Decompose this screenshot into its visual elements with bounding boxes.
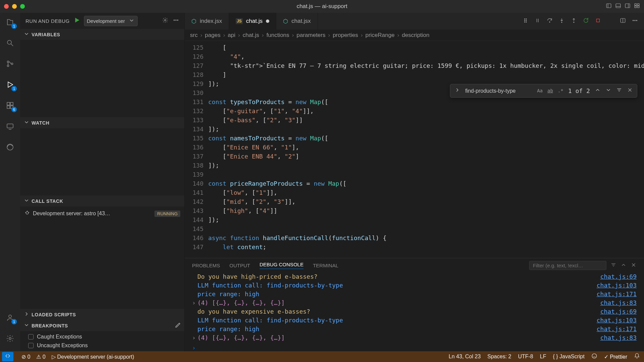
- console-source-link[interactable]: chat.js:103: [590, 281, 637, 290]
- drag-handle-icon[interactable]: [522, 17, 528, 25]
- console-line[interactable]: price range: highchat.js:171: [192, 325, 637, 333]
- activity-scm[interactable]: [4, 58, 16, 70]
- section-callstack[interactable]: CALL STACK: [20, 195, 184, 207]
- activity-debug[interactable]: 1: [4, 79, 16, 91]
- more-icon[interactable]: [632, 17, 638, 25]
- activity-search[interactable]: [4, 37, 16, 49]
- collapse-icon[interactable]: [620, 262, 627, 269]
- start-debug-icon[interactable]: [74, 17, 80, 25]
- gear-icon[interactable]: [162, 17, 168, 25]
- step-into-icon[interactable]: [559, 17, 565, 25]
- checkbox[interactable]: [28, 334, 34, 340]
- code-content[interactable]: [ "4", "tk-str">`Enice EN 77 – 7 string …: [208, 41, 644, 258]
- breadcrumb-item[interactable]: api: [228, 32, 235, 39]
- prev-match-icon[interactable]: [595, 86, 601, 95]
- breadcrumb-item[interactable]: priceRange: [365, 32, 395, 39]
- editor-tab[interactable]: ⬡chat.jsx: [276, 13, 318, 30]
- callstack-row[interactable]: Development server: astro [43… RUNNING: [20, 208, 184, 219]
- console-line[interactable]: do you have expensive e-basses?chat.js:6…: [192, 307, 637, 316]
- filter-icon[interactable]: [616, 86, 622, 95]
- next-match-icon[interactable]: [605, 86, 611, 95]
- console-output[interactable]: Do you have high-priced e-basses?chat.js…: [185, 272, 644, 351]
- step-out-icon[interactable]: [571, 17, 577, 25]
- activity-extensions[interactable]: 6: [4, 99, 16, 111]
- breadcrumb-item[interactable]: src: [190, 32, 198, 39]
- section-watch[interactable]: WATCH: [20, 117, 184, 128]
- cursor-position[interactable]: Ln 43, Col 23: [449, 354, 480, 360]
- console-source-link[interactable]: chat.js:69: [594, 272, 637, 281]
- breadcrumb-item[interactable]: description: [402, 32, 429, 39]
- activity-remote[interactable]: [4, 120, 16, 132]
- activity-explorer[interactable]: 1: [4, 16, 16, 28]
- errors-count[interactable]: ⊘ 0: [21, 354, 30, 360]
- breadcrumb-item[interactable]: properties: [333, 32, 358, 39]
- breadcrumb-item[interactable]: chat.js: [243, 32, 259, 39]
- expand-icon[interactable]: ›: [192, 299, 197, 307]
- match-word-icon[interactable]: ab: [547, 86, 553, 95]
- console-source-link[interactable]: chat.js:83: [594, 333, 637, 342]
- console-source-link[interactable]: chat.js:171: [590, 325, 637, 333]
- console-line[interactable]: ›(4) [{…}, {…}, {…}, {…}]chat.js:83: [192, 333, 637, 342]
- debug-config-select[interactable]: Development ser: [84, 16, 138, 26]
- section-loaded-scripts[interactable]: LOADED SCRIPTS: [20, 309, 184, 320]
- edit-icon[interactable]: [175, 322, 181, 329]
- editor-tab[interactable]: JSchat.js: [229, 13, 276, 30]
- split-editor-icon[interactable]: [620, 17, 626, 25]
- regex-icon[interactable]: .*: [558, 86, 563, 95]
- code-editor[interactable]: 1251261271281291301311321331341351361371…: [185, 41, 644, 258]
- console-source-link[interactable]: chat.js:83: [594, 299, 637, 307]
- console-prompt[interactable]: ›: [192, 342, 637, 351]
- breakpoint-uncaught[interactable]: Uncaught Exceptions: [20, 341, 184, 350]
- console-line[interactable]: LLM function call: find-products-by-type…: [192, 281, 637, 290]
- section-variables[interactable]: VARIABLES: [20, 29, 184, 40]
- more-icon[interactable]: [173, 17, 179, 25]
- indent-status[interactable]: Spaces: 2: [488, 354, 511, 360]
- console-source-link[interactable]: chat.js:103: [590, 316, 637, 325]
- console-source-link[interactable]: chat.js:171: [590, 290, 637, 299]
- expand-icon[interactable]: ›: [192, 333, 197, 342]
- layout-grid-icon[interactable]: [634, 3, 640, 10]
- warnings-count[interactable]: ⚠ 0: [36, 354, 45, 360]
- checkbox[interactable]: [28, 343, 34, 348]
- breakpoint-caught[interactable]: Caught Exceptions: [20, 332, 184, 341]
- layout-secondary-icon[interactable]: [625, 3, 631, 10]
- step-over-icon[interactable]: [547, 17, 553, 25]
- console-line[interactable]: price range: highchat.js:171: [192, 290, 637, 299]
- layout-primary-icon[interactable]: [606, 3, 612, 10]
- breadcrumb-item[interactable]: pages: [205, 32, 220, 39]
- filter-icon[interactable]: [610, 262, 616, 269]
- activity-account[interactable]: 1: [4, 312, 16, 324]
- section-breakpoints[interactable]: BREAKPOINTS: [20, 320, 184, 331]
- console-line[interactable]: Do you have high-priced e-basses?chat.js…: [192, 272, 637, 281]
- panel-tab[interactable]: DEBUG CONSOLE: [260, 262, 304, 269]
- remote-indicator[interactable]: [2, 352, 13, 361]
- find-input[interactable]: [465, 88, 532, 94]
- feedback-icon[interactable]: [591, 353, 597, 360]
- editor-tab[interactable]: ⬡index.jsx: [185, 13, 229, 30]
- layout-bottom-icon[interactable]: [615, 3, 621, 10]
- chevron-right-icon[interactable]: [454, 86, 460, 95]
- console-line[interactable]: ›(4) [{…}, {…}, {…}, {…}]chat.js:83: [192, 299, 637, 307]
- console-source-link[interactable]: chat.js:69: [594, 307, 637, 316]
- match-case-icon[interactable]: Aa: [537, 86, 543, 95]
- restart-icon[interactable]: [583, 17, 589, 25]
- panel-tab[interactable]: OUTPUT: [229, 263, 250, 268]
- window-close[interactable]: [4, 4, 9, 9]
- panel-tab[interactable]: TERMINAL: [313, 263, 338, 268]
- panel-tab[interactable]: PROBLEMS: [192, 263, 220, 268]
- debug-target[interactable]: ▷ Development server (ai-support): [52, 354, 134, 360]
- stop-icon[interactable]: [595, 17, 601, 25]
- close-icon[interactable]: [627, 86, 633, 95]
- breadcrumb-item[interactable]: functions: [267, 32, 289, 39]
- breadcrumbs[interactable]: src›pages›api›chat.js›functions›paramete…: [185, 30, 644, 41]
- pause-icon[interactable]: [535, 17, 541, 25]
- console-line[interactable]: LLM function call: find-products-by-type…: [192, 316, 637, 325]
- prettier-status[interactable]: ✓ Prettier: [604, 354, 627, 360]
- window-zoom[interactable]: [20, 4, 25, 9]
- window-minimize[interactable]: [12, 4, 17, 9]
- bell-icon[interactable]: [634, 353, 640, 360]
- close-icon[interactable]: [631, 262, 637, 269]
- activity-settings[interactable]: [4, 332, 16, 345]
- console-filter-input[interactable]: [529, 261, 606, 270]
- breadcrumb-item[interactable]: parameters: [296, 32, 325, 39]
